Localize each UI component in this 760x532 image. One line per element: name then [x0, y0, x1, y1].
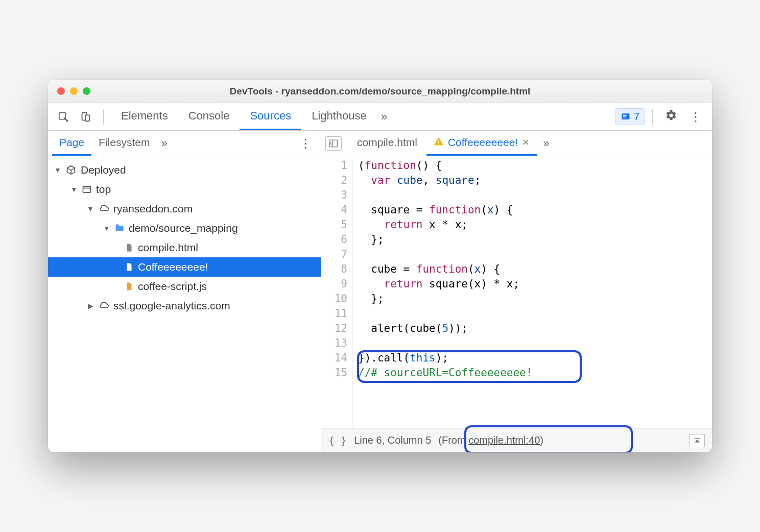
disclosure-triangle-icon: ▼: [54, 166, 61, 174]
folder-icon: [114, 223, 125, 233]
issues-count: 7: [634, 111, 639, 123]
tabs-overflow-button[interactable]: »: [377, 110, 391, 124]
source-origin-link[interactable]: compile.html:40: [468, 434, 540, 446]
navigator-pane: Page Filesystem » ⋮ ▼ Deployed ▼ top: [48, 131, 321, 452]
frame-icon: [82, 184, 92, 195]
cloud-icon: [98, 203, 109, 214]
navigator-tab-filesystem[interactable]: Filesystem: [91, 131, 157, 156]
tree-label: ryanseddon.com: [113, 203, 193, 215]
tree-label: compile.html: [138, 241, 198, 254]
titlebar: DevTools - ryanseddon.com/demo/source_ma…: [48, 80, 712, 103]
toggle-debugger-button[interactable]: [690, 434, 705, 447]
tab-console[interactable]: Console: [178, 103, 240, 130]
separator: [103, 109, 104, 125]
editor-tab-label: Coffeeeeeeee!: [448, 136, 518, 149]
file-tree: ▼ Deployed ▼ top ▼ ryanseddon.com ▼: [48, 156, 321, 452]
tree-node-top[interactable]: ▼ top: [48, 180, 321, 199]
file-icon: [125, 243, 134, 253]
tree-node-folder[interactable]: ▼ demo/source_mapping: [48, 219, 321, 238]
more-menu-button[interactable]: ⋮: [684, 110, 707, 124]
panel-collapse-icon: [693, 437, 701, 444]
disclosure-triangle-icon: ▼: [87, 205, 94, 213]
editor-statusbar: { } Line 6, Column 5 (From compile.html:…: [321, 428, 712, 452]
tab-lighthouse[interactable]: Lighthouse: [301, 103, 377, 130]
tree-node-analytics[interactable]: ▶ ssl.google-analytics.com: [48, 296, 321, 316]
issues-badge[interactable]: 7: [615, 108, 645, 125]
cursor-position: Line 6, Column 5: [354, 434, 431, 446]
tree-label: top: [96, 183, 111, 196]
tree-label: coffee-script.js: [138, 280, 207, 293]
svg-rect-4: [83, 186, 91, 192]
tab-elements[interactable]: Elements: [111, 103, 178, 130]
sources-panel: Page Filesystem » ⋮ ▼ Deployed ▼ top: [48, 131, 712, 452]
tree-file-compile[interactable]: compile.html: [48, 238, 321, 257]
navigator-menu-button[interactable]: ⋮: [294, 136, 317, 151]
tab-sources[interactable]: Sources: [240, 103, 301, 130]
line-gutter: 123456789101112131415: [321, 158, 353, 428]
source-origin: (From compile.html:40): [438, 434, 543, 446]
disclosure-triangle-icon: ▶: [87, 302, 94, 310]
editor-tab-label: compile.html: [357, 136, 417, 149]
tree-node-deployed[interactable]: ▼ Deployed: [48, 160, 321, 180]
tree-label: ssl.google-analytics.com: [113, 300, 230, 312]
editor-tabs-overflow[interactable]: »: [539, 137, 553, 150]
tree-file-coffeescript[interactable]: coffee-script.js: [48, 277, 321, 296]
navigator-tab-page[interactable]: Page: [52, 131, 91, 156]
svg-rect-9: [438, 143, 439, 144]
main-toolbar: Elements Console Sources Lighthouse » 7 …: [48, 103, 712, 131]
svg-rect-8: [438, 140, 439, 142]
svg-rect-3: [622, 113, 629, 119]
code-content: (function() { var cube, square; square =…: [353, 158, 532, 428]
tree-label: Coffeeeeeeee!: [138, 261, 208, 273]
close-tab-button[interactable]: ✕: [522, 137, 530, 148]
inspect-element-button[interactable]: [53, 107, 74, 127]
editor-tab-compile[interactable]: compile.html: [350, 131, 424, 156]
svg-rect-2: [85, 115, 89, 121]
tree-label: demo/source_mapping: [129, 222, 238, 234]
device-toolbar-button[interactable]: [76, 107, 96, 127]
cloud-icon: [98, 300, 109, 311]
tree-file-coffee[interactable]: Coffeeeeeeee!: [48, 257, 321, 277]
navigator-tabs: Page Filesystem » ⋮: [48, 131, 321, 156]
issues-icon: [621, 112, 631, 122]
editor-tabs: compile.html Coffeeeeeeee! ✕ »: [321, 131, 712, 156]
navigator-overflow[interactable]: »: [157, 137, 171, 150]
main-tabs: Elements Console Sources Lighthouse »: [111, 103, 391, 130]
devtools-window: DevTools - ryanseddon.com/demo/source_ma…: [48, 80, 712, 452]
editor-tab-coffee[interactable]: Coffeeeeeeee! ✕: [426, 131, 537, 156]
tree-label: Deployed: [81, 164, 126, 176]
file-js-icon: [125, 281, 134, 292]
toggle-navigator-button[interactable]: [325, 136, 342, 151]
file-icon: [125, 262, 134, 272]
cube-icon: [65, 164, 77, 176]
panel-left-icon: [328, 139, 339, 148]
pretty-print-button[interactable]: { }: [328, 434, 347, 447]
warning-icon: [434, 136, 444, 149]
settings-button[interactable]: [660, 109, 682, 125]
tree-node-domain[interactable]: ▼ ryanseddon.com: [48, 199, 321, 219]
editor-pane: compile.html Coffeeeeeeee! ✕ » 123456789…: [321, 131, 712, 452]
separator: [652, 109, 653, 125]
disclosure-triangle-icon: ▼: [70, 185, 78, 194]
gear-icon: [665, 109, 677, 122]
disclosure-triangle-icon: ▼: [103, 224, 110, 232]
window-title: DevTools - ryanseddon.com/demo/source_ma…: [48, 86, 712, 97]
svg-rect-10: [695, 438, 700, 438]
code-editor[interactable]: 123456789101112131415 (function() { var …: [321, 156, 712, 428]
